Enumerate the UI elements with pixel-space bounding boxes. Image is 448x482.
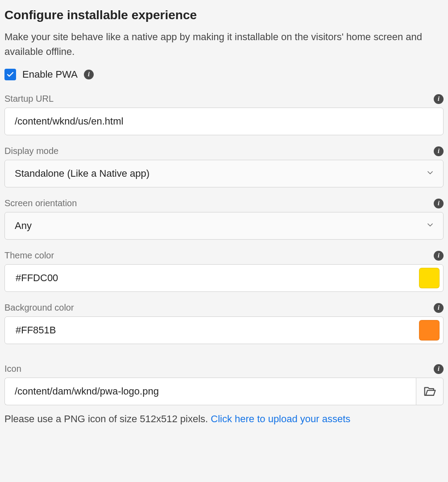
- field-display-mode: Display mode i Standalone (Like a Native…: [4, 146, 444, 187]
- field-screen-orientation: Screen orientation i Any: [4, 198, 444, 240]
- icon-hint: Please use a PNG icon of size 512x512 pi…: [4, 413, 444, 425]
- page-title: Configure installable experience: [4, 8, 444, 22]
- background-color-input[interactable]: [15, 317, 419, 344]
- field-startup-url: Startup URL i: [4, 94, 444, 135]
- info-icon[interactable]: i: [434, 364, 444, 374]
- background-color-swatch[interactable]: [419, 320, 440, 341]
- icon-label: Icon: [4, 364, 21, 374]
- screen-orientation-label: Screen orientation: [4, 198, 77, 208]
- screen-orientation-select[interactable]: Any: [4, 212, 444, 240]
- enable-pwa-label: Enable PWA: [22, 69, 78, 80]
- display-mode-label: Display mode: [4, 146, 58, 156]
- info-icon[interactable]: i: [434, 199, 444, 208]
- info-icon[interactable]: i: [434, 251, 444, 261]
- field-background-color: Background color i: [4, 303, 444, 344]
- info-icon[interactable]: i: [84, 70, 94, 79]
- folder-open-icon: [423, 385, 436, 398]
- info-icon[interactable]: i: [434, 94, 444, 104]
- startup-url-input[interactable]: [4, 108, 444, 135]
- icon-path-input[interactable]: [4, 378, 416, 405]
- info-icon[interactable]: i: [434, 303, 444, 313]
- enable-pwa-row: Enable PWA i: [4, 69, 444, 80]
- field-theme-color: Theme color i: [4, 250, 444, 292]
- page-description: Make your site behave like a native app …: [4, 29, 444, 59]
- icon-hint-text: Please use a PNG icon of size 512x512 pi…: [4, 413, 211, 424]
- theme-color-input[interactable]: [15, 265, 419, 291]
- theme-color-swatch[interactable]: [419, 268, 440, 288]
- startup-url-label: Startup URL: [4, 94, 54, 104]
- display-mode-select[interactable]: Standalone (Like a Native app): [4, 160, 444, 187]
- enable-pwa-checkbox[interactable]: [4, 69, 16, 80]
- screen-orientation-value: Any: [15, 220, 32, 232]
- background-color-label: Background color: [4, 303, 74, 313]
- browse-button[interactable]: [416, 378, 444, 405]
- info-icon[interactable]: i: [434, 146, 444, 156]
- check-icon: [6, 71, 14, 79]
- theme-color-label: Theme color: [4, 250, 54, 261]
- display-mode-value: Standalone (Like a Native app): [15, 168, 149, 179]
- field-icon: Icon i Please use a PNG icon of size 512…: [4, 364, 444, 425]
- upload-assets-link[interactable]: Click here to upload your assets: [211, 413, 350, 424]
